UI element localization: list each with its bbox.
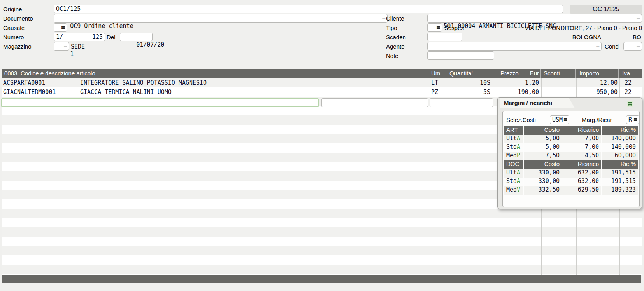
selez-dropdown-icon[interactable]: ≡ — [563, 116, 568, 124]
costo-value: 330,00 — [524, 178, 562, 186]
popup-tab[interactable]: Margini / ricarichi — [500, 98, 575, 108]
tipo-input[interactable]: S ≡ — [427, 23, 442, 32]
cost-type-tag: A — [517, 143, 520, 150]
article-prezzo: 1,20 — [498, 78, 539, 87]
cond-input[interactable]: ≡ — [623, 42, 642, 51]
article-quantita: 10S — [447, 78, 490, 87]
col-ricarico: Ricarico — [562, 160, 601, 169]
margin-row: MedV 332,50 629,50 189,323 — [504, 186, 638, 195]
col-ricarico: Ricarico — [562, 126, 601, 135]
article-um: LT — [431, 78, 438, 87]
ric-pct-value: 189,323 — [602, 186, 638, 195]
col-costo: Costo — [524, 126, 562, 135]
grid-header-iva: Iva — [622, 69, 630, 78]
costo-value: 7,50 — [524, 152, 562, 160]
cost-type: MedP — [504, 152, 523, 160]
scaden-label: Scaden — [386, 34, 406, 40]
marg-dropdown-icon[interactable]: ≡ — [633, 116, 638, 124]
costo-value: 332,50 — [524, 186, 562, 195]
scaden-dropdown-icon[interactable]: ≡ — [456, 33, 461, 41]
popup-section-header: ART Costo Ricarico Ric.% — [504, 126, 638, 135]
section-title: ART — [504, 126, 523, 135]
header-divider — [575, 69, 576, 78]
cond-dropdown-icon[interactable]: ≡ — [636, 42, 640, 50]
origine-label: Origine — [3, 6, 22, 12]
grid-header-quantita: Quantita' — [449, 69, 473, 78]
article-importo: 12,00 — [576, 78, 618, 87]
cliente-input[interactable]: 501.00004 ARMANTI BICICLETTE SNC ≡ — [427, 14, 642, 23]
cost-type-tag: P — [517, 152, 520, 159]
causale-label: Causale — [3, 24, 25, 31]
new-article-descr-input[interactable] — [321, 98, 428, 107]
grid-header: 0003 Codice e descrizione articolo Um Qu… — [2, 69, 642, 78]
magazzino-label: Magazzino — [3, 43, 32, 50]
tipo-label: Tipo — [386, 24, 397, 31]
cost-type-tag: A — [517, 178, 520, 185]
article-row[interactable]: GIACNALTERM0001 GIACCA TERMICA NALINI UO… — [2, 87, 642, 97]
causale-dropdown-icon[interactable]: ≡ — [61, 24, 65, 31]
grid-header-sconti: Sconti — [544, 69, 560, 78]
grid-header-line: 0003 — [4, 69, 17, 78]
cliente-dropdown-icon[interactable]: ≡ — [636, 14, 640, 22]
date-dropdown-icon[interactable]: ≡ — [147, 33, 151, 41]
header-divider — [618, 69, 619, 78]
document-number-badge[interactable]: OC 1/125 — [570, 5, 642, 14]
magazzino-dropdown-icon[interactable]: ≡ — [63, 42, 68, 50]
order-entry-window: Origine Documento Causale Numero Magazzi… — [0, 0, 644, 291]
ricarico-value: 632,00 — [562, 178, 601, 186]
documento-input[interactable]: OC9 Ordine cliente ≡ — [54, 14, 388, 23]
agente-input[interactable]: ≡ — [427, 42, 602, 51]
causale-input[interactable]: ≡ — [54, 23, 67, 32]
tipo-status-label: Sospes — [444, 24, 464, 31]
numero-input[interactable]: 1/ 125 — [54, 33, 105, 41]
col-ric: Ric.% — [602, 160, 638, 169]
magazzino-name: SEDE — [71, 43, 85, 50]
origine-input[interactable]: OC1/125 — [54, 5, 563, 13]
grid-header-importo: Importo — [579, 69, 599, 78]
date-input[interactable]: 01/07/20 ≡ — [120, 33, 153, 41]
cost-type: StdA — [504, 178, 523, 186]
magazzino-value: 1 — [70, 51, 74, 58]
margin-row: StdA 330,00 632,00 191,515 — [504, 178, 638, 186]
costo-value: 5,00 — [524, 135, 562, 143]
article-prezzo: 190,00 — [498, 87, 539, 97]
marg-ricar-select[interactable]: R ≡ — [626, 115, 639, 124]
new-article-code-input[interactable] — [1, 98, 319, 107]
date-value: 01/07/20 — [136, 41, 164, 48]
article-row[interactable]: ACSPARTA0001 INTEGRATORE SALINO POTASSIO… — [2, 78, 642, 87]
article-iva: 22 — [625, 78, 632, 87]
ricarico-value: 629,50 — [562, 186, 601, 195]
article-importo: 950,00 — [576, 87, 618, 97]
scaden-input[interactable]: ≡ — [427, 33, 462, 41]
customer-address: VIA DEL FONDITORE, 27 - Piano 0 - Piano … — [486, 24, 642, 31]
agente-dropdown-icon[interactable]: ≡ — [596, 42, 600, 50]
cost-type: StdA — [504, 143, 523, 152]
numero-label: Numero — [3, 34, 24, 40]
cost-type-tag: A — [517, 135, 520, 142]
selez-costi-select[interactable]: USM ≡ — [550, 115, 569, 124]
new-article-quantita-input[interactable] — [430, 98, 493, 107]
grid-header-prezzo: Prezzo — [500, 69, 519, 78]
ric-pct-value: 60,000 — [602, 152, 638, 160]
compress-icon[interactable] — [627, 101, 633, 107]
selez-costi-value: USM — [552, 116, 563, 123]
cost-type: UltA — [504, 169, 523, 178]
tipo-dropdown-icon[interactable]: ≡ — [436, 24, 440, 31]
cost-type: MedV — [504, 186, 523, 195]
documento-dropdown-icon[interactable]: ≡ — [382, 14, 386, 22]
cost-type: UltA — [504, 135, 523, 143]
ric-pct-value: 191,515 — [602, 178, 638, 186]
grid-header-um: Um — [431, 69, 440, 78]
column-separator — [429, 78, 429, 275]
margin-row: MedP 7,50 4,50 60,000 — [504, 152, 638, 160]
cost-type-tag: V — [517, 186, 520, 193]
margin-row: UltA 5,00 7,00 140,000 — [504, 135, 638, 143]
article-iva: 22 — [625, 87, 632, 97]
note-input[interactable] — [427, 51, 494, 60]
del-label: Del — [107, 34, 116, 40]
cond-label: Cond — [605, 43, 619, 50]
magazzino-input[interactable]: 1 ≡ — [54, 42, 69, 51]
margin-row: UltA 330,00 632,00 191,515 — [504, 169, 638, 178]
article-code: ACSPARTA0001 — [3, 78, 45, 87]
ric-pct-value: 191,515 — [602, 169, 638, 178]
